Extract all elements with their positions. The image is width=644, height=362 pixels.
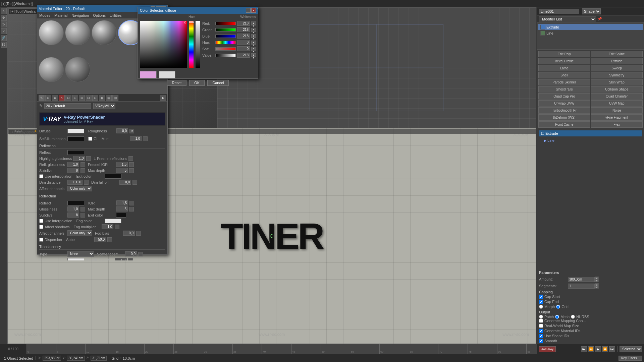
sc-spinner[interactable] [138, 252, 143, 256]
material-sphere-6[interactable] [65, 57, 90, 82]
cap-start-cb[interactable] [539, 295, 543, 299]
mod-extrude[interactable]: Extrude [591, 58, 643, 64]
blue-spinner[interactable]: ▲ ▼ [251, 34, 256, 38]
nurbs-radio[interactable] [571, 315, 575, 319]
morph-radio[interactable] [539, 305, 543, 309]
df-spinner[interactable] [132, 180, 137, 185]
diffuse-color-swatch[interactable] [67, 129, 84, 133]
menu-options[interactable]: Options [93, 13, 106, 17]
mod-quad-chamfer[interactable]: Quad Chamfer [591, 93, 643, 100]
mat-tool-7[interactable]: ⊞ [79, 95, 85, 101]
refract-color[interactable] [67, 201, 84, 205]
mod-unwrap-uvw[interactable]: Unwrap UVW [538, 100, 590, 107]
cap-end-cb[interactable] [539, 300, 543, 304]
fior-spinner[interactable] [129, 162, 134, 167]
material-sphere-2[interactable] [65, 20, 90, 45]
fm-spinner[interactable] [115, 225, 119, 229]
refr-gloss-input[interactable] [67, 206, 79, 212]
material-sphere-1[interactable] [39, 20, 64, 45]
exit-color-2[interactable] [116, 213, 126, 218]
ior-spinner[interactable] [129, 201, 134, 205]
sat-input[interactable]: 0 [237, 46, 250, 51]
viewport-top-right[interactable]: [+][Left] [217, 7, 536, 128]
roughness-input[interactable]: 0,0 [116, 128, 128, 133]
rmd-spinner[interactable] [129, 207, 134, 212]
amount-up[interactable]: ▲ [595, 277, 599, 279]
hue-spinner[interactable]: ▲ ▼ [251, 41, 256, 45]
prev-frame-btn[interactable]: ⏪ [588, 346, 594, 352]
rg-spinner[interactable] [80, 162, 85, 167]
mod-collision-shape[interactable]: Collision Shape [591, 86, 643, 93]
abbe-input[interactable] [94, 237, 106, 242]
fresnel-ior-input[interactable] [116, 162, 128, 167]
mat-tool-5[interactable]: ⊡ [65, 95, 71, 101]
dd-spinner[interactable] [84, 180, 89, 185]
key-filters-btn[interactable]: Key Filters... [619, 356, 642, 361]
next-frame-btn[interactable]: ⏩ [602, 346, 608, 352]
refr-use-interp-cb[interactable] [39, 219, 43, 223]
ior-input[interactable] [116, 200, 128, 205]
self-illum-color[interactable] [67, 136, 84, 141]
fog-color-swatch[interactable] [105, 219, 121, 223]
cancel-button[interactable]: Cancel [207, 80, 229, 86]
mult-input[interactable] [130, 136, 142, 141]
subdivs-input[interactable] [67, 168, 79, 173]
whiteness-slider-bar[interactable] [196, 21, 200, 68]
mod-shell[interactable]: Shell [538, 72, 590, 78]
seg-down[interactable]: ▼ [595, 286, 599, 289]
grid-radio[interactable] [556, 305, 560, 309]
refl-gloss-input[interactable] [67, 162, 79, 167]
mod-yfire[interactable]: yFire Fragment [591, 114, 643, 121]
mod-edit-poly[interactable]: Edit Poly [538, 51, 590, 57]
line-sub-item[interactable]: ▶ Line [539, 138, 642, 143]
goto-start-btn[interactable]: ⏮ [581, 346, 587, 352]
amount-input[interactable]: 300,0cm [568, 277, 595, 282]
green-slider[interactable] [215, 28, 236, 32]
sat-slider[interactable] [215, 47, 236, 51]
mat-tool-8[interactable]: ⊡ [86, 95, 92, 101]
val-spinner[interactable]: ▲ ▼ [251, 53, 256, 57]
md-spinner[interactable] [129, 168, 134, 173]
goto-end-btn[interactable]: ⏭ [609, 346, 615, 352]
real-world-cb[interactable] [539, 324, 543, 328]
gen-mapping-cb[interactable] [539, 319, 543, 323]
exit-color-swatch[interactable] [105, 174, 121, 179]
fresnel-refl-btn[interactable] [128, 156, 133, 161]
mat-tool-9[interactable]: ⊟ [92, 95, 98, 101]
hue-value-slider[interactable] [215, 41, 236, 44]
mat-tool-4[interactable]: ✕ [59, 95, 65, 101]
auto-key-btn[interactable]: Auto Key [539, 346, 556, 352]
mat-tool-3[interactable]: ⊠ [52, 95, 58, 101]
mat-tool-10[interactable]: ▦ [99, 95, 105, 101]
play-btn[interactable]: ▶ [595, 346, 601, 352]
scale-tool[interactable]: ⤢ [1, 28, 7, 34]
affect-channels-select[interactable]: Color only [67, 186, 92, 191]
sat-spinner[interactable]: ▲ ▼ [251, 47, 256, 51]
green-input[interactable]: 218 [237, 27, 250, 32]
green-spinner[interactable]: ▲ ▼ [251, 28, 256, 32]
mod-skin-wrap[interactable]: Skin Wrap [591, 79, 643, 85]
material-sphere-5[interactable] [39, 57, 64, 82]
refr-affect-select[interactable]: Color only [67, 230, 92, 236]
use-interp-checkbox[interactable] [39, 174, 43, 178]
mod-thdeform[interactable]: thDeform (WS) [538, 114, 590, 121]
hue-sat-picker[interactable] [140, 21, 187, 68]
mat-tool-1[interactable]: ✎ [39, 95, 45, 101]
hue-value-input[interactable]: 0 [237, 40, 250, 45]
backside-color[interactable] [67, 258, 84, 261]
mod-turbosmooth[interactable]: TurboSmooth Pr [538, 107, 590, 114]
refr-max-depth-input[interactable] [116, 206, 128, 212]
rg2-spinner[interactable] [80, 207, 85, 212]
max-depth-input[interactable] [116, 168, 128, 173]
mod-sweep[interactable]: Sweep [591, 65, 643, 71]
ab-spinner[interactable] [107, 237, 112, 242]
mat-tool-6[interactable]: ⊟ [72, 95, 78, 101]
material-sphere-3[interactable] [92, 20, 117, 45]
patch-radio[interactable] [539, 315, 543, 319]
hue-slider-bar[interactable] [189, 21, 194, 68]
mod-edit-spline[interactable]: Edit Spline [591, 51, 643, 57]
fb-spinner[interactable] [136, 231, 141, 236]
fb2-spinner[interactable] [128, 258, 133, 261]
trans-type-select[interactable]: None [67, 251, 94, 257]
red-slider[interactable] [215, 22, 236, 25]
